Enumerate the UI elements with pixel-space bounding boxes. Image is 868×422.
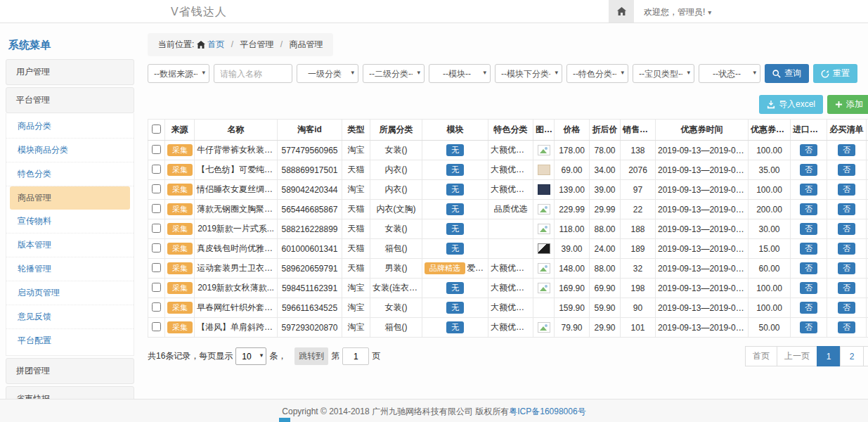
- product-name[interactable]: 真皮钱包时尚优雅女士...: [195, 239, 278, 259]
- product-name[interactable]: 运动套装男士卫衣初秋...: [195, 259, 278, 279]
- sales-count: 198: [621, 279, 656, 298]
- coupon-time: 2019-09-13—2019-09-18: [656, 318, 749, 338]
- product-name[interactable]: 情侣睡衣女夏丝绸男士...: [195, 180, 278, 200]
- row-checkbox[interactable]: [152, 283, 161, 292]
- import-select-badge[interactable]: 否: [800, 164, 817, 176]
- must-buy-badge[interactable]: 否: [838, 164, 855, 176]
- row-checkbox[interactable]: [152, 224, 161, 233]
- sales-count: 22: [621, 200, 656, 219]
- source-cell: 采集: [165, 298, 195, 318]
- sidebar-item[interactable]: 意见反馈: [6, 305, 134, 329]
- sidebar-item[interactable]: 宣传物料: [6, 210, 134, 234]
- product-image-icon: [538, 322, 550, 333]
- feature-category: 大额优惠券: [488, 160, 533, 180]
- page-button-2[interactable]: 2: [840, 346, 864, 366]
- row-checkbox[interactable]: [152, 145, 161, 154]
- import-select-badge[interactable]: 否: [800, 243, 817, 255]
- sidebar-item[interactable]: 版本管理: [6, 234, 134, 257]
- product-name[interactable]: 2019新款一片式系...: [195, 219, 278, 239]
- sidebar-item[interactable]: 模块商品分类: [6, 139, 134, 162]
- sidebar-item[interactable]: 启动页管理: [6, 281, 134, 305]
- page-button-上一页[interactable]: 上一页: [777, 346, 817, 366]
- import-select-badge[interactable]: 否: [800, 203, 817, 215]
- select-all-checkbox[interactable]: [152, 124, 161, 134]
- product-name[interactable]: 早春网红针织外套女春...: [195, 298, 278, 318]
- import-select-cell: 否: [791, 298, 827, 318]
- must-buy-badge[interactable]: 否: [838, 302, 855, 314]
- user-menu[interactable]: 欢迎您，管理员!▾: [644, 6, 711, 18]
- icp-link[interactable]: 粤ICP备16098006号: [509, 407, 585, 416]
- sidebar-group-2[interactable]: 拼团管理: [6, 358, 134, 384]
- must-buy-badge[interactable]: 否: [838, 282, 855, 294]
- coupon-time: 2019-09-13—2019-09-18: [656, 160, 749, 180]
- sidebar-item[interactable]: 商品管理: [10, 186, 130, 210]
- import-select-badge[interactable]: 否: [800, 184, 817, 196]
- import-select-badge[interactable]: 否: [800, 144, 817, 156]
- import-select-badge[interactable]: 否: [800, 302, 817, 314]
- must-buy-badge[interactable]: 否: [838, 223, 855, 235]
- sidebar-item[interactable]: 商品分类: [6, 115, 134, 139]
- sidebar-item[interactable]: 轮播管理: [6, 257, 134, 281]
- filter-select-6[interactable]: --特色分类--: [566, 64, 628, 83]
- product-name[interactable]: 【七色纺】可爱纯棉家...: [195, 160, 278, 180]
- filter-select-wrap: --特色分类--: [566, 64, 628, 83]
- page-button-1[interactable]: 1: [817, 346, 841, 366]
- row-checkbox[interactable]: [152, 302, 161, 312]
- sidebar-item[interactable]: 特色分类: [6, 162, 134, 186]
- page-button-下一页[interactable]: 下一页: [863, 346, 868, 366]
- filter-select-5[interactable]: --模块下分类--: [495, 64, 562, 83]
- must-buy-badge[interactable]: 否: [838, 262, 855, 274]
- module-badge: 无: [446, 164, 464, 176]
- per-page-select[interactable]: 10: [235, 347, 266, 365]
- filter-select-0[interactable]: --数据来源--: [148, 64, 209, 83]
- row-checkbox[interactable]: [152, 243, 161, 252]
- welcome-text: 欢迎您，管理员!: [644, 7, 705, 17]
- product-name[interactable]: 【港风】单肩斜跨链条...: [195, 318, 278, 338]
- must-buy-badge[interactable]: 否: [838, 203, 855, 215]
- add-button[interactable]: 添加: [827, 95, 868, 114]
- source-cell: 采集: [165, 200, 195, 219]
- must-buy-badge[interactable]: 否: [838, 243, 855, 255]
- filter-select-3[interactable]: --二级分类--: [363, 64, 425, 83]
- search-button[interactable]: 查询: [765, 64, 809, 83]
- sidebar-group-0[interactable]: 用户管理: [6, 59, 134, 85]
- module-badge: 无: [446, 302, 464, 314]
- import-icon: [767, 101, 775, 109]
- jump-button[interactable]: 跳转到: [294, 347, 328, 365]
- product-type: 淘宝: [342, 298, 370, 318]
- record-count-text: 共16条记录，每页显示: [148, 350, 233, 362]
- name-search-input[interactable]: [214, 64, 292, 83]
- home-button[interactable]: [609, 0, 634, 23]
- import-select-badge[interactable]: 否: [800, 282, 817, 294]
- discount-price: 69.90: [590, 279, 621, 298]
- row-checkbox[interactable]: [152, 204, 161, 213]
- product-name[interactable]: 牛仔背带裤女秋装减龄...: [195, 141, 278, 160]
- taoke-id: 588869917501: [278, 160, 342, 180]
- filter-select-2[interactable]: 一级分类: [297, 64, 358, 83]
- row-checkbox[interactable]: [152, 263, 161, 272]
- import-select-badge[interactable]: 否: [800, 262, 817, 274]
- filter-select-7[interactable]: --宝贝类型--: [633, 64, 694, 83]
- filter-select-8[interactable]: --状态--: [699, 64, 760, 83]
- product-name[interactable]: 薄款无钢圈文胸聚拢性...: [195, 200, 278, 219]
- must-buy-badge[interactable]: 否: [838, 321, 855, 333]
- page-button-首页[interactable]: 首页: [745, 346, 777, 366]
- must-buy-badge[interactable]: 否: [838, 144, 855, 156]
- jump-page-input[interactable]: [342, 347, 369, 365]
- import-excel-button[interactable]: 导入excel: [759, 95, 823, 114]
- coupon-time: 2019-09-13—2019-09-19: [656, 219, 749, 239]
- import-select-badge[interactable]: 否: [800, 321, 817, 333]
- sidebar-group-1[interactable]: 平台管理: [6, 87, 134, 113]
- sidebar-item[interactable]: 平台配置: [6, 329, 134, 352]
- product-name[interactable]: 2019新款女秋薄款...: [195, 279, 278, 298]
- row-checkbox[interactable]: [152, 184, 161, 193]
- product-type: 淘宝: [342, 141, 370, 160]
- filter-select-4[interactable]: --模块--: [429, 64, 491, 83]
- coupon-amount: 35.00: [749, 160, 791, 180]
- row-checkbox[interactable]: [152, 322, 161, 331]
- breadcrumb-home-link[interactable]: 首页: [207, 39, 224, 49]
- row-checkbox[interactable]: [152, 165, 161, 174]
- import-select-badge[interactable]: 否: [800, 223, 817, 235]
- reset-button[interactable]: 重置: [813, 64, 857, 83]
- must-buy-badge[interactable]: 否: [838, 184, 855, 196]
